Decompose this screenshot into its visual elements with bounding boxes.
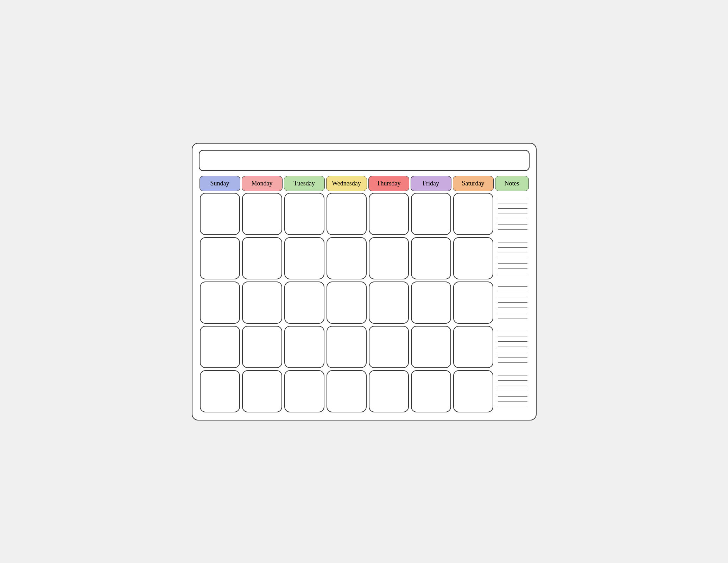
cell-r1-sun[interactable] [200,193,240,235]
notes-line [498,292,527,292]
notes-line [498,258,527,258]
notes-line [498,253,527,253]
header-tuesday: Tuesday [284,176,325,191]
cell-r1-fri[interactable] [411,193,451,235]
cell-r2-sun[interactable] [200,237,240,279]
cell-r1-tue[interactable] [284,193,324,235]
notes-r1[interactable] [494,192,530,236]
notes-line [498,386,527,386]
cell-r5-sun[interactable] [200,370,240,412]
notes-line [498,318,527,318]
notes-line [498,242,527,242]
header-sunday: Sunday [200,176,240,191]
cell-r2-thu[interactable] [369,237,409,279]
cell-r1-sat[interactable] [453,193,493,235]
header-monday: Monday [242,176,283,191]
cell-r4-sat[interactable] [453,326,493,368]
notes-line [498,263,527,264]
cell-r5-thu[interactable] [369,370,409,412]
cell-r4-fri[interactable] [411,326,451,368]
cell-r4-wed[interactable] [327,326,367,368]
notes-line [498,214,527,214]
notes-r4[interactable] [494,325,530,369]
header-thursday: Thursday [368,176,409,191]
cell-r1-thu[interactable] [369,193,409,235]
cell-r3-sat[interactable] [453,282,493,324]
cell-r4-mon[interactable] [242,326,282,368]
notes-r5[interactable] [494,369,530,413]
cell-r4-thu[interactable] [369,326,409,368]
notes-line [498,198,527,198]
cell-r2-tue[interactable] [284,237,324,279]
notes-line [498,313,527,313]
header-saturday: Saturday [453,176,494,191]
notes-line [498,268,527,269]
notes-line [498,297,527,297]
notes-line [498,407,527,407]
notes-line [498,341,527,342]
cell-r2-sat[interactable] [453,237,493,279]
cell-r3-sun[interactable] [200,282,240,324]
notes-line [498,224,527,224]
header-wednesday: Wednesday [326,176,367,191]
header-notes: Notes [495,176,529,191]
calendar-grid: Sunday Monday Tuesday Wednesday Thursday… [199,175,530,413]
notes-line [498,302,527,303]
cell-r2-mon[interactable] [242,237,282,279]
cell-r3-mon[interactable] [242,282,282,324]
cell-r2-fri[interactable] [411,237,451,279]
cell-r5-mon[interactable] [242,370,282,412]
notes-line [498,396,527,397]
notes-line [498,357,527,358]
notes-r2[interactable] [494,236,530,280]
calendar-container: Sunday Monday Tuesday Wednesday Thursday… [192,143,537,420]
cell-r4-tue[interactable] [284,326,324,368]
notes-line [498,352,527,352]
notes-line [498,208,527,209]
notes-line [498,391,527,391]
notes-line [498,203,527,203]
notes-line [498,362,527,363]
header-friday: Friday [411,176,451,191]
notes-line [498,380,527,381]
notes-line [498,274,527,274]
cell-r4-sun[interactable] [200,326,240,368]
cell-r5-sat[interactable] [453,370,493,412]
cell-r5-tue[interactable] [284,370,324,412]
cell-r3-thu[interactable] [369,282,409,324]
cell-r1-mon[interactable] [242,193,282,235]
notes-line [498,401,527,402]
cell-r5-wed[interactable] [327,370,367,412]
title-bar[interactable] [199,150,530,171]
notes-line [498,308,527,308]
cell-r1-wed[interactable] [327,193,367,235]
notes-line [498,229,527,230]
notes-line [498,331,527,331]
cell-r3-fri[interactable] [411,282,451,324]
cell-r5-fri[interactable] [411,370,451,412]
notes-line [498,347,527,347]
notes-line [498,219,527,219]
cell-r3-tue[interactable] [284,282,324,324]
notes-r3[interactable] [494,280,530,325]
notes-line [498,247,527,248]
notes-line [498,336,527,336]
cell-r2-wed[interactable] [327,237,367,279]
notes-line [498,286,527,287]
cell-r3-wed[interactable] [327,282,367,324]
notes-line [498,375,527,375]
